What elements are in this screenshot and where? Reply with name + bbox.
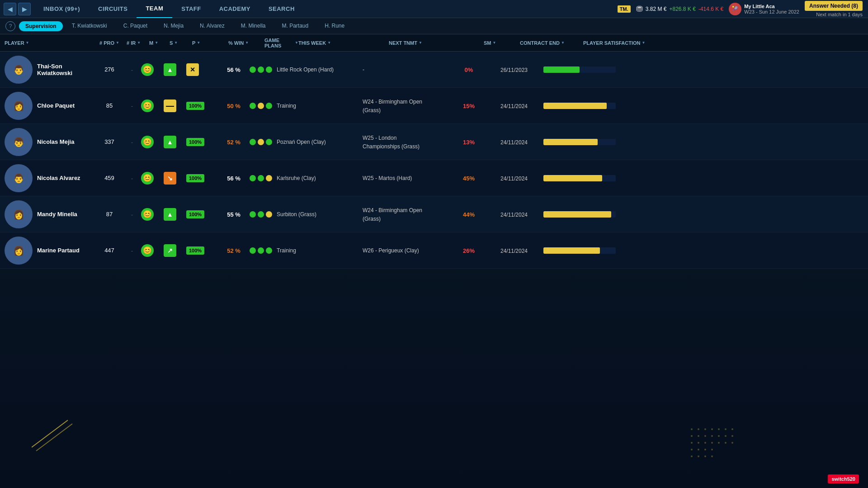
player-game-plans	[250, 103, 277, 109]
col-ce[interactable]: CONTRACT END ▼	[520, 40, 583, 46]
answer-needed-button[interactable]: Answer Needed (8)	[805, 1, 863, 11]
player-tab-minella[interactable]: M. Minella	[234, 18, 273, 34]
nav-circuits[interactable]: CIRCUITS	[89, 0, 137, 18]
player-game-plans	[250, 139, 277, 145]
col-ir[interactable]: # IR ▼	[127, 40, 149, 46]
player-tabs: ? Supervision T. Kwiatkowski C. Paquet N…	[0, 18, 868, 34]
player-this-week: Poznań Open (Clay)	[277, 137, 363, 146]
col-sm[interactable]: SM ▼	[484, 40, 520, 46]
nav-staff[interactable]: STAFF	[172, 0, 210, 18]
player-win-pct: 52 %	[218, 246, 250, 255]
player-plan: ✕	[186, 63, 218, 76]
help-icon[interactable]: ?	[5, 21, 15, 31]
player-satisfaction	[543, 211, 863, 218]
game-plan-dot	[266, 175, 272, 181]
player-pro-rank: 276	[96, 66, 123, 73]
player-tab-rune[interactable]: H. Rune	[317, 18, 352, 34]
game-plan-dot	[258, 211, 264, 218]
game-plan-dot	[258, 247, 264, 254]
satisfaction-bar-wrap	[543, 66, 616, 73]
col-gp[interactable]: GAME PLANS ▼	[264, 38, 298, 48]
finance-total: 3.82 M €	[646, 6, 667, 12]
player-next-tournament: W24 - Birmingham Open(Grass)	[363, 206, 453, 223]
nav-inbox[interactable]: INBOX (99+)	[34, 0, 89, 18]
player-sm: 15%	[453, 102, 485, 110]
col-player[interactable]: PLAYER ▼	[5, 40, 99, 46]
player-row[interactable]: 👩 Chloe Paquet 85 - 😊 — 100% 50 % Traini…	[0, 88, 868, 124]
top-navigation: ◀ ▶ INBOX (99+) CIRCUITS TEAM STAFF ACAD…	[0, 0, 868, 18]
player-avatar: 👦	[5, 128, 33, 156]
player-row[interactable]: 👨 Thai-SonKwiatkowski 276 - 😊 ▲ ✕ 56 % L…	[0, 52, 868, 88]
svg-point-4	[704, 428, 706, 430]
player-trend: ▲	[164, 208, 186, 221]
supervision-button[interactable]: Supervision	[19, 21, 63, 31]
mood-smiley: 😊	[141, 208, 154, 221]
col-next[interactable]: NEXT TNMT ▼	[389, 40, 484, 46]
player-win-pct: 52 %	[218, 138, 250, 146]
player-row[interactable]: 👦 Nicolas Mejia 337 - 😊 ▲ 100% 52 % Pozn…	[0, 124, 868, 160]
player-this-week: Little Rock Open (Hard)	[277, 65, 363, 74]
col-week[interactable]: THIS WEEK ▼	[298, 40, 389, 46]
svg-point-21	[711, 455, 713, 457]
svg-point-30	[731, 442, 733, 444]
next-match-text: Next match in 1 days	[816, 12, 863, 17]
player-trend: ▲	[164, 63, 186, 76]
trend-down-icon: ↘	[164, 172, 176, 185]
forward-arrow[interactable]: ▶	[18, 3, 31, 15]
player-next-tournament: W25 - LondonChampionships (Grass)	[363, 133, 453, 151]
satisfaction-bar-wrap	[543, 175, 616, 181]
plan-pct-badge: 100%	[186, 102, 204, 110]
satisfaction-bar-wrap	[543, 211, 616, 218]
player-tab-alvarez[interactable]: N. Alvarez	[193, 18, 232, 34]
player-contract-end: 24/11/2024	[485, 102, 543, 110]
back-arrow[interactable]: ◀	[4, 3, 16, 15]
game-plan-dot	[258, 139, 264, 145]
trend-stable-icon: —	[164, 99, 176, 112]
player-next-tournament: W24 - Birmingham Open(Grass)	[363, 97, 453, 114]
player-pro-rank: 337	[96, 138, 123, 145]
trend-up-icon: ▲	[164, 136, 176, 148]
plan-pct-badge: 100%	[186, 246, 204, 255]
nav-team[interactable]: TEAM	[137, 0, 172, 18]
svg-point-10	[691, 442, 693, 444]
player-row[interactable]: 👨 Nicolas Alvarez 459 - 😊 ↘ 100% 56 % Ka…	[0, 160, 868, 196]
player-this-week: Training	[277, 101, 363, 110]
player-row[interactable]: 👩 Mandy Minella 87 - 😊 ▲ 100% 55 % Surbi…	[0, 196, 868, 232]
player-tab-kwiatkowski[interactable]: T. Kwiatkowski	[65, 18, 114, 34]
player-win-pct: 56 %	[218, 66, 250, 74]
col-p[interactable]: P ▼	[192, 40, 228, 46]
game-plan-dot	[266, 103, 272, 109]
satisfaction-bar	[543, 103, 607, 109]
svg-point-24	[731, 428, 733, 430]
col-s[interactable]: S ▼	[170, 40, 192, 46]
player-tab-partaud[interactable]: M. Partaud	[274, 18, 316, 34]
player-contract-end: 24/11/2024	[485, 246, 543, 255]
player-tab-mejia[interactable]: N. Mejia	[156, 18, 191, 34]
satisfaction-bar-wrap	[543, 103, 616, 109]
svg-point-2	[691, 428, 693, 430]
svg-line-1	[36, 424, 72, 451]
nav-search[interactable]: SEARCH	[259, 0, 304, 18]
player-trend: ↗	[164, 244, 186, 257]
player-row[interactable]: 👩 Marine Partaud 447 - 😊 ↗ 100% 52 % Tra…	[0, 232, 868, 269]
col-m[interactable]: M ▼	[149, 40, 170, 46]
player-plan: 100%	[186, 210, 218, 218]
player-pro-rank: 85	[96, 102, 123, 109]
player-tab-paquet[interactable]: C. Paquet	[116, 18, 155, 34]
player-plan: 100%	[186, 102, 218, 110]
svg-point-9	[711, 435, 713, 437]
svg-point-14	[691, 449, 693, 450]
col-pro[interactable]: # PRO ▼	[99, 40, 127, 46]
player-next-tournament: -	[363, 65, 453, 74]
deco-lines	[32, 416, 86, 452]
nav-academy[interactable]: ACADEMY	[210, 0, 259, 18]
player-this-week: Training	[277, 246, 363, 255]
player-plan: 100%	[186, 246, 218, 255]
col-ps[interactable]: PLAYER SATISFACTION ▼	[583, 40, 863, 46]
game-plan-dot	[258, 175, 264, 181]
player-next-tournament: W26 - Perigueux (Clay)	[363, 246, 453, 255]
col-win[interactable]: % WIN ▼	[228, 40, 264, 46]
game-plan-dot	[258, 103, 264, 109]
column-headers: PLAYER ▼ # PRO ▼ # IR ▼ M ▼ S ▼ P ▼ % WI…	[0, 34, 868, 52]
svg-point-22	[718, 428, 720, 430]
